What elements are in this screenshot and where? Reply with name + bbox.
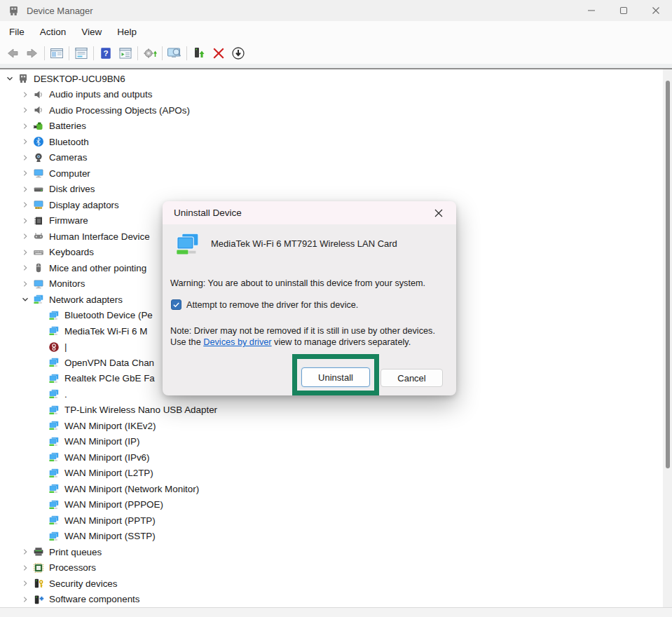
tree-item[interactable]: TP-Link Wireless Nano USB Adapter [0,402,659,419]
forward-button[interactable] [22,44,42,62]
expander-spacer [34,357,48,368]
tree-item-label: Realtek PCIe GbE Fa [64,373,155,384]
chevron-right-icon[interactable] [18,152,32,163]
tree-item[interactable]: WAN Miniport (L2TP) [0,466,659,482]
uninstall-device-dialog: Uninstall Device MediaTek Wi-Fi 6 MT7921… [163,201,456,395]
uninstall-button[interactable]: Uninstall [301,367,370,387]
chevron-right-icon[interactable] [18,578,32,589]
tree-item[interactable]: Audio inputs and outputs [0,87,659,103]
tree-item-label: Human Interface Device [49,231,150,242]
tree-item[interactable]: Processors [0,560,659,576]
tree-item[interactable]: WAN Miniport (SSTP) [0,529,659,545]
tree-item-label: WAN Miniport (PPTP) [64,515,156,526]
chevron-right-icon[interactable] [18,136,32,147]
tree-item[interactable]: WAN Miniport (Network Monitor) [0,481,659,497]
software-icon [32,594,44,605]
tree-item-label: Batteries [49,121,86,131]
network-adapter-icon [48,436,60,447]
remove-driver-checkbox[interactable] [171,299,181,310]
chevron-right-icon[interactable] [18,184,32,195]
tree-item-label: DESKTOP-UCU9BN6 [34,74,125,84]
tree-item[interactable]: WAN Miniport (PPTP) [0,513,659,529]
chevron-right-icon[interactable] [18,168,32,179]
close-button[interactable] [640,0,672,21]
network-adapter-icon [48,420,60,431]
tree-item[interactable]: Disk drives [0,182,659,198]
help-button[interactable]: ? [96,44,116,62]
remove-driver-checkbox-row: Attempt to remove the driver for this de… [171,299,358,310]
devices-by-driver-link[interactable]: Devices by driver [203,337,271,347]
menu-help[interactable]: Help [109,24,144,40]
tree-item[interactable]: DESKTOP-UCU9BN6 [0,71,659,87]
dialog-titlebar: Uninstall Device [163,201,456,224]
show-console-tree-button[interactable] [47,44,67,62]
tree-item[interactable]: WAN Miniport (IKEv2) [0,418,659,434]
disk-icon [32,184,44,195]
vertical-scrollbar[interactable] [663,69,672,607]
chevron-right-icon[interactable] [18,262,32,273]
tree-item[interactable]: Software components [0,592,659,608]
menu-action[interactable]: Action [32,24,74,40]
show-console-tree-icon [50,46,64,60]
tree-item[interactable]: Audio Processing Objects (APOs) [0,102,659,118]
chevron-right-icon[interactable] [18,199,32,210]
chevron-down-icon[interactable] [3,73,17,84]
chevron-right-icon[interactable] [18,278,32,290]
toolbar-content-divider [0,64,672,69]
tree-item[interactable]: WAN Miniport (IPv6) [0,449,659,466]
network-adapter-icon [48,388,60,400]
remove-driver-checkbox-label[interactable]: Attempt to remove the driver for this de… [186,300,358,310]
chevron-right-icon[interactable] [18,121,32,132]
chevron-right-icon[interactable] [18,104,32,116]
dialog-warning-text: Warning: You are about to uninstall this… [170,278,425,288]
tree-item[interactable]: WAN Miniport (PPPOE) [0,497,659,513]
properties-button[interactable] [71,44,91,62]
chevron-right-icon[interactable] [18,215,32,226]
dialog-title: Uninstall Device [174,208,242,218]
tree-item-label: | [64,341,67,352]
tree-item-label: Computer [49,168,90,179]
minimize-button[interactable] [575,0,608,21]
chevron-right-icon[interactable] [18,89,32,100]
chevron-right-icon[interactable] [18,546,32,557]
network-adapter-icon [48,405,60,416]
status-bar [0,607,672,617]
tree-item[interactable]: Bluetooth [0,134,659,150]
tree-item[interactable]: Computer [0,165,659,182]
device-manager-app-icon [8,5,20,17]
menu-view[interactable]: View [74,24,109,40]
update-driver-device-button[interactable] [189,44,209,62]
tree-item-label: . [64,389,67,400]
export-list-button[interactable] [116,44,135,62]
chevron-right-icon[interactable] [18,594,32,605]
tree-item[interactable]: Security devices [0,576,659,592]
chevron-down-icon[interactable] [18,294,32,305]
tree-item[interactable]: WAN Miniport (IP) [0,434,659,450]
tree-item[interactable]: Print queues [0,544,659,560]
tree-item-label: Audio Processing Objects (APOs) [49,105,190,116]
scan-for-hardware-changes-button[interactable] [165,44,184,62]
tree-item[interactable]: Batteries [0,118,659,135]
red-badge-icon [48,341,60,353]
disable-device-button[interactable] [228,44,248,62]
toolbar-separator [93,46,94,60]
chevron-right-icon[interactable] [18,247,32,258]
expander-spacer [34,341,48,353]
dialog-close-button[interactable] [428,204,449,222]
chevron-right-icon[interactable] [18,231,32,242]
dialog-device-name: MediaTek Wi-Fi 6 MT7921 Wireless LAN Car… [211,238,397,249]
cancel-button[interactable]: Cancel [380,369,443,387]
maximize-button[interactable] [608,0,640,21]
chevron-right-icon[interactable] [18,562,32,574]
menu-file[interactable]: File [1,24,32,40]
scrollbar-thumb[interactable] [666,81,670,468]
network-adapter-icon [172,231,203,257]
tree-item-label: Cameras [49,152,87,163]
disable-down-icon [231,46,245,60]
expander-spacer [34,531,48,542]
toolbar-separator [186,46,187,60]
back-button[interactable] [3,44,22,62]
uninstall-device-button[interactable] [209,44,228,62]
tree-item[interactable]: Cameras [0,150,659,166]
update-driver-button[interactable] [140,44,160,62]
